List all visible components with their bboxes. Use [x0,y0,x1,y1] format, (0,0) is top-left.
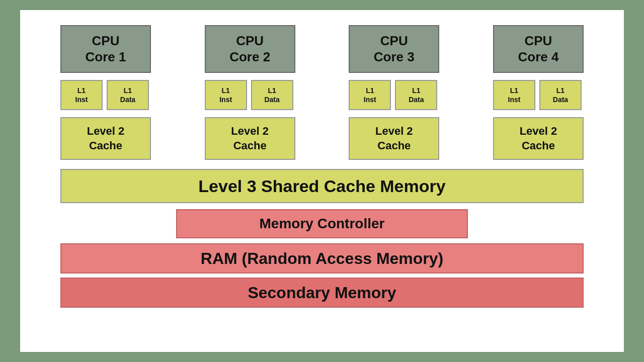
l1-row: L1Inst L1Data L1Inst L1Data L1Inst L1Dat… [60,80,584,110]
l1-inst-2: L1Inst [205,80,247,110]
l1-data-3: L1Data [395,80,437,110]
l2-cache-4: Level 2Cache [493,117,584,160]
l1-group-2: L1Inst L1Data [205,80,295,110]
l1-data-2: L1Data [251,80,293,110]
l1-inst-4: L1Inst [493,80,535,110]
l1-group-3: L1Inst L1Data [349,80,439,110]
l1-inst-3: L1Inst [349,80,391,110]
cpu-core-3: CPUCore 3 [349,25,439,73]
l1-group-4: L1Inst L1Data [493,80,584,110]
l1-data-1: L1Data [107,80,149,110]
l2-cache-3: Level 2Cache [349,117,439,160]
cpu-core-1: CPUCore 1 [60,25,151,73]
main-container: CPUCore 1 CPUCore 2 CPUCore 3 CPUCore 4 … [20,10,624,352]
l3-cache: Level 3 Shared Cache Memory [60,169,584,203]
l2-cache-1: Level 2Cache [60,117,151,160]
memory-controller: Memory Controller [176,209,468,238]
memory-controller-wrapper: Memory Controller [60,209,584,238]
l1-group-1: L1Inst L1Data [60,80,151,110]
l1-data-4: L1Data [539,80,582,110]
cpu-core-2: CPUCore 2 [205,25,295,73]
cpu-core-4: CPUCore 4 [493,25,584,73]
secondary-memory: Secondary Memory [60,278,584,308]
l1-inst-1: L1Inst [60,80,103,110]
l2-cache-2: Level 2Cache [205,117,295,160]
cores-row: CPUCore 1 CPUCore 2 CPUCore 3 CPUCore 4 [60,25,584,73]
ram: RAM (Random Access Memory) [60,243,584,274]
l2-row: Level 2Cache Level 2Cache Level 2Cache L… [60,117,584,160]
